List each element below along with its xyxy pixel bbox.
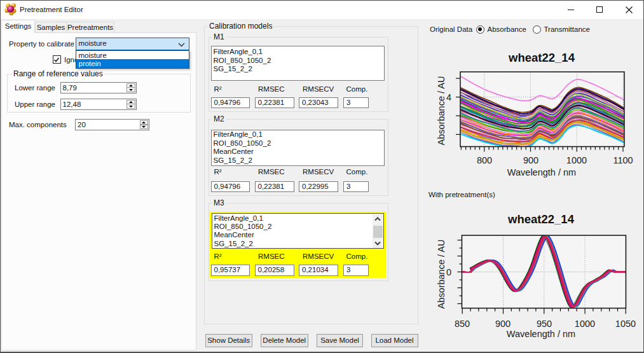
- svg-text:Wavelength / nm: Wavelength / nm: [507, 167, 576, 177]
- svg-text:1050: 1050: [615, 319, 636, 329]
- svg-text:wheat22_14: wheat22_14: [507, 212, 575, 226]
- svg-text:Wavelength / nm: Wavelength / nm: [507, 329, 575, 339]
- svg-text:800: 800: [477, 155, 492, 165]
- svg-text:1100: 1100: [613, 155, 633, 165]
- svg-text:1000: 1000: [566, 155, 587, 165]
- svg-text:0: 0: [446, 267, 451, 277]
- svg-text:wheat22_14: wheat22_14: [508, 51, 575, 64]
- svg-text:Absorbance / AU: Absorbance / AU: [436, 240, 446, 309]
- svg-text:850: 850: [455, 319, 470, 329]
- svg-text:900: 900: [523, 155, 538, 165]
- svg-text:950: 950: [537, 319, 552, 329]
- svg-text:Absorbance / AU: Absorbance / AU: [436, 76, 446, 146]
- svg-text:900: 900: [495, 319, 510, 329]
- svg-text:4: 4: [446, 92, 451, 102]
- svg-text:1000: 1000: [575, 319, 595, 329]
